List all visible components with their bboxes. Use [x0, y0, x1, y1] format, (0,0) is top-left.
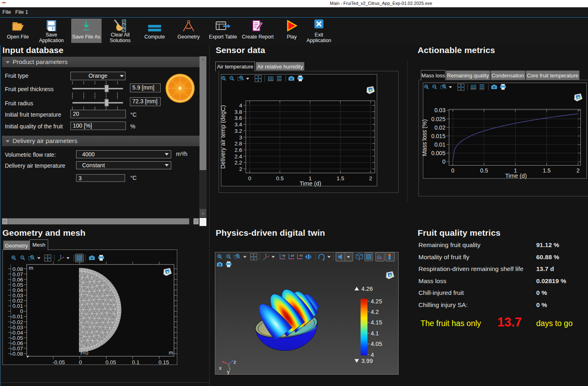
svg-text:0.025: 0.025 — [431, 116, 446, 122]
svg-text:4: 4 — [371, 352, 374, 358]
svg-text:3.4: 3.4 — [235, 122, 242, 128]
svg-text:4.2: 4.2 — [371, 309, 379, 315]
svg-text:0: 0 — [442, 158, 446, 165]
svg-text:Mass loss (%): Mass loss (%) — [421, 119, 428, 156]
svg-text:3.99: 3.99 — [361, 358, 373, 364]
svg-text:0.005: 0.005 — [431, 150, 446, 156]
svg-text:0.1: 0.1 — [132, 359, 140, 365]
svg-text:xz: xz — [299, 254, 303, 257]
svg-text:-0.05: -0.05 — [53, 359, 65, 365]
svg-text:2.6: 2.6 — [235, 147, 242, 153]
svg-text:2.4: 2.4 — [235, 154, 242, 160]
svg-text:3.6: 3.6 — [235, 115, 242, 121]
svg-text:3: 3 — [239, 134, 242, 141]
svg-text:0.03: 0.03 — [434, 107, 445, 113]
svg-text:0.15: 0.15 — [159, 359, 169, 365]
svg-text:4.25: 4.25 — [371, 298, 382, 305]
svg-text:4: 4 — [239, 102, 242, 109]
svg-text:2.8: 2.8 — [235, 141, 242, 147]
svg-text:1.5: 1.5 — [337, 175, 344, 181]
svg-text:0.5: 0.5 — [276, 175, 284, 181]
svg-text:2: 2 — [239, 166, 242, 172]
svg-text:0.02: 0.02 — [434, 124, 445, 131]
svg-text:4.05: 4.05 — [371, 341, 382, 347]
svg-text:Time (d): Time (d) — [299, 180, 321, 187]
svg-text:0.05: 0.05 — [106, 359, 116, 365]
svg-text:y: y — [227, 369, 230, 375]
svg-text:0.5: 0.5 — [480, 167, 488, 174]
svg-text:Delivery air temp (degC): Delivery air temp (degC) — [220, 105, 226, 168]
svg-text:1.5: 1.5 — [543, 167, 551, 174]
svg-text:0.015: 0.015 — [431, 133, 446, 139]
svg-text:3.8: 3.8 — [235, 109, 242, 115]
svg-text:r=0: r=0 — [81, 350, 88, 356]
svg-text:Time (d): Time (d) — [505, 173, 526, 179]
svg-text:2: 2 — [369, 175, 372, 181]
svg-text:yz: yz — [291, 254, 294, 257]
svg-text:2.2: 2.2 — [235, 160, 242, 166]
svg-text:xy: xy — [282, 254, 285, 257]
svg-text:0.01: 0.01 — [434, 141, 445, 148]
svg-text:2: 2 — [576, 167, 580, 174]
svg-text:3.2: 3.2 — [235, 128, 242, 134]
svg-text:0: 0 — [248, 175, 251, 181]
svg-text:4.15: 4.15 — [371, 319, 382, 326]
svg-text:0: 0 — [79, 359, 82, 365]
svg-text:4.26: 4.26 — [361, 286, 373, 292]
svg-text:m: m — [169, 350, 173, 356]
svg-text:-0.08: -0.08 — [11, 351, 23, 357]
svg-text:z: z — [234, 359, 236, 365]
svg-text:x: x — [219, 365, 222, 371]
svg-text:4.1: 4.1 — [371, 330, 379, 337]
svg-text:m: m — [29, 265, 33, 271]
svg-text:0: 0 — [451, 167, 454, 174]
